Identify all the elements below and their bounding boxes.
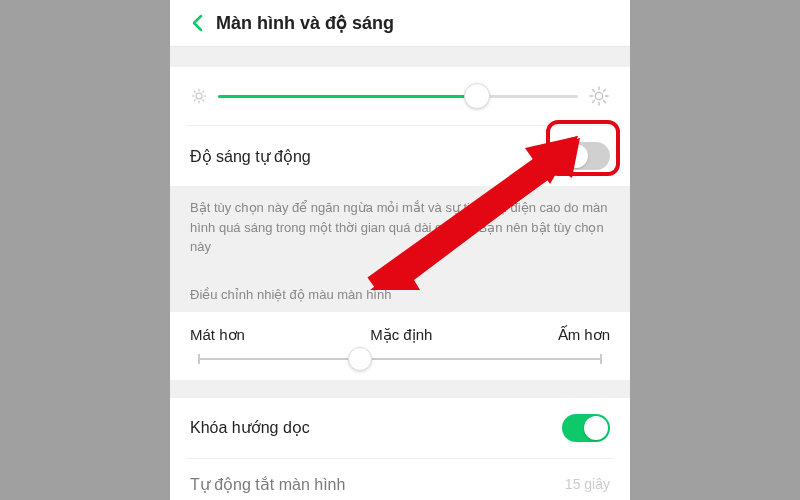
auto-brightness-label: Độ sáng tự động bbox=[190, 147, 311, 166]
color-temp-slider[interactable] bbox=[198, 358, 602, 360]
auto-brightness-description: Bật tùy chọn này để ngăn ngừa mỏi mắt và… bbox=[170, 186, 630, 273]
toggle-thumb bbox=[584, 416, 608, 440]
auto-off-row[interactable]: Tự động tắt màn hình 15 giây bbox=[170, 459, 630, 501]
page-title: Màn hình và độ sáng bbox=[216, 12, 394, 34]
chevron-left-icon bbox=[191, 14, 203, 32]
brightness-slider-thumb[interactable] bbox=[464, 83, 490, 109]
orientation-lock-row[interactable]: Khóa hướng dọc bbox=[170, 398, 630, 458]
svg-point-9 bbox=[595, 92, 602, 99]
svg-point-0 bbox=[196, 93, 202, 99]
svg-line-6 bbox=[203, 100, 204, 101]
auto-brightness-toggle[interactable] bbox=[562, 142, 610, 170]
sun-high-icon bbox=[588, 85, 610, 107]
svg-line-8 bbox=[203, 91, 204, 92]
color-temp-labels: Mát hơn Mặc định Ấm hơn bbox=[170, 312, 630, 350]
color-temp-section-label: Điều chỉnh nhiệt độ màu màn hình bbox=[170, 273, 630, 312]
sun-low-icon bbox=[190, 87, 208, 105]
svg-line-5 bbox=[194, 91, 195, 92]
header-bar: Màn hình và độ sáng bbox=[170, 0, 630, 47]
brightness-slider[interactable] bbox=[218, 95, 578, 98]
spacer bbox=[170, 47, 630, 67]
settings-screen: Màn hình và độ sáng bbox=[170, 0, 630, 500]
svg-line-7 bbox=[194, 100, 195, 101]
svg-line-17 bbox=[604, 89, 606, 91]
svg-line-15 bbox=[604, 101, 606, 103]
toggle-thumb bbox=[564, 144, 588, 168]
color-temp-card: Mát hơn Mặc định Ấm hơn bbox=[170, 312, 630, 380]
orientation-lock-toggle[interactable] bbox=[562, 414, 610, 442]
misc-card: Khóa hướng dọc Tự động tắt màn hình 15 g… bbox=[170, 398, 630, 501]
brightness-card: Độ sáng tự động bbox=[170, 67, 630, 186]
back-button[interactable] bbox=[186, 12, 208, 34]
auto-brightness-row[interactable]: Độ sáng tự động bbox=[170, 126, 630, 186]
svg-line-16 bbox=[592, 101, 594, 103]
color-temp-slider-wrap bbox=[170, 350, 630, 380]
auto-off-label: Tự động tắt màn hình bbox=[190, 475, 345, 494]
auto-off-value: 15 giây bbox=[565, 476, 610, 492]
svg-line-14 bbox=[592, 89, 594, 91]
brightness-slider-row bbox=[170, 67, 630, 125]
temp-cooler-label: Mát hơn bbox=[190, 326, 245, 344]
temp-default-label: Mặc định bbox=[370, 326, 432, 344]
color-temp-thumb[interactable] bbox=[348, 347, 372, 371]
spacer bbox=[170, 380, 630, 398]
orientation-lock-label: Khóa hướng dọc bbox=[190, 418, 310, 437]
temp-warmer-label: Ấm hơn bbox=[558, 326, 610, 344]
brightness-slider-fill bbox=[218, 95, 477, 98]
